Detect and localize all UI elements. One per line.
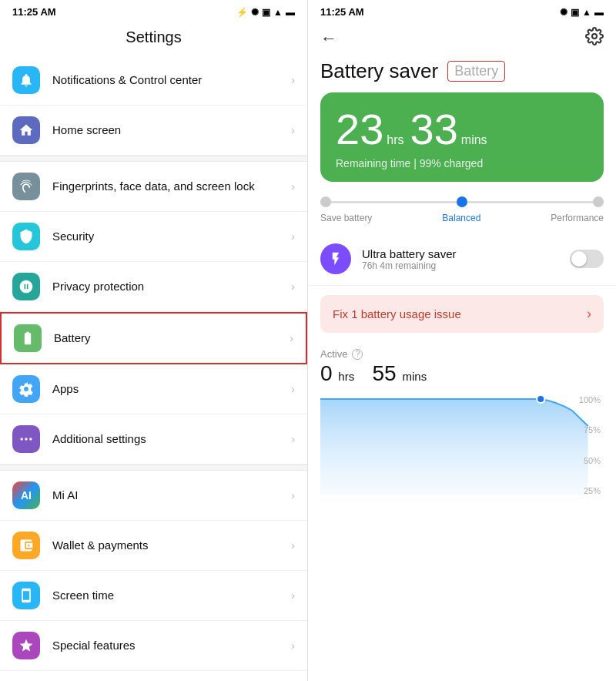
ultra-saver-toggle[interactable] <box>570 250 604 268</box>
wallet-label: Wallet & payments <box>52 538 291 553</box>
active-info-icon[interactable]: ? <box>352 349 363 360</box>
wifi-right: ▲ <box>582 7 591 18</box>
battery-card: 23 hrs 33 mins Remaining time | 99% char… <box>320 92 604 182</box>
battery-saver-title-row: Battery saver Battery <box>308 56 616 92</box>
security-label: Security <box>52 229 291 244</box>
gear-button[interactable] <box>585 27 604 50</box>
status-icons-left: ⚡ ✺ ▣ ▲ ▬ <box>236 7 295 18</box>
chart-label-100: 100% <box>579 395 601 404</box>
balanced-label: Balanced <box>442 213 480 223</box>
sim-icon: ▣ <box>262 7 270 18</box>
settings-panel: 11:25 AM ⚡ ✺ ▣ ▲ ▬ Settings Notification… <box>0 0 308 681</box>
wallet-icon <box>12 532 40 559</box>
ultra-saver-title: Ultra battery saver <box>362 247 570 260</box>
battery-mins-label: mins <box>461 133 487 147</box>
active-label-text: Active <box>320 348 347 360</box>
special-label: Special features <box>52 638 291 653</box>
performance-dot[interactable] <box>593 196 604 207</box>
apps-chevron: › <box>291 383 295 395</box>
svg-point-4 <box>537 395 544 403</box>
wallet-chevron: › <box>291 539 295 552</box>
settings-item-fingerprints[interactable]: Fingerprints, face data, and screen lock… <box>0 162 307 212</box>
battery-detail-panel: 11:25 AM ✺ ▣ ▲ ▬ ← Battery saver Battery… <box>308 0 616 681</box>
ultra-saver-icon <box>320 243 351 274</box>
wifi-icon: ▲ <box>273 7 283 18</box>
battery-chart: 100% 75% 50% 25% <box>320 395 604 681</box>
signal-icon: ⚡ <box>236 7 248 18</box>
settings-item-homescreen[interactable]: Home screen › <box>0 106 307 156</box>
back-button[interactable]: ← <box>320 29 337 49</box>
fix-issue-label: Fix 1 battery usage issue <box>333 307 587 320</box>
privacy-label: Privacy protection <box>52 279 291 294</box>
status-bar-right: 11:25 AM ✺ ▣ ▲ ▬ <box>308 0 616 21</box>
active-hours: 0 <box>320 361 333 385</box>
notifications-chevron: › <box>291 74 295 86</box>
settings-item-security[interactable]: Security › <box>0 212 307 262</box>
fingerprints-label: Fingerprints, face data, and screen lock <box>52 179 291 194</box>
fix-issue-row[interactable]: Fix 1 battery usage issue › <box>320 295 604 333</box>
ultra-saver-subtitle: 76h 4m remaining <box>362 260 570 271</box>
screentime-label: Screen time <box>52 588 291 603</box>
notifications-icon <box>12 66 40 94</box>
ultra-saver-text: Ultra battery saver 76h 4m remaining <box>362 247 570 271</box>
miai-icon: AI <box>12 481 40 509</box>
miai-chevron: › <box>291 489 295 502</box>
active-section: Active ? 0 hrs 55 mins <box>308 342 616 389</box>
battery-hrs-label: hrs <box>387 133 403 147</box>
balanced-dot[interactable] <box>457 196 467 207</box>
time-right: 11:25 AM <box>320 6 364 18</box>
settings-list: Notifications & Control center › Home sc… <box>0 55 307 681</box>
mode-slider[interactable]: Save battery Balanced Performance <box>320 194 604 223</box>
active-time-display: 0 hrs 55 mins <box>320 361 604 386</box>
battery-mins: 33 <box>410 108 458 151</box>
settings-item-notifications[interactable]: Notifications & Control center › <box>0 55 307 106</box>
right-header: ← <box>308 21 616 56</box>
settings-item-privacy[interactable]: Privacy protection › <box>0 262 307 312</box>
time-left: 11:25 AM <box>12 6 56 18</box>
miai-label: Mi AI <box>52 488 291 503</box>
battery-chart-svg <box>320 395 604 503</box>
homescreen-chevron: › <box>291 124 295 136</box>
settings-title: Settings <box>0 21 307 55</box>
security-chevron: › <box>291 230 295 243</box>
battery-hours: 23 <box>336 108 383 151</box>
apps-icon <box>12 375 40 403</box>
privacy-chevron: › <box>291 280 295 293</box>
notifications-label: Notifications & Control center <box>52 72 291 88</box>
battery-chevron: › <box>290 332 293 344</box>
screentime-chevron: › <box>291 589 295 602</box>
ultra-saver-row: Ultra battery saver 76h 4m remaining <box>308 233 616 286</box>
chart-label-25: 25% <box>579 486 601 495</box>
additional-icon <box>12 425 40 453</box>
save-battery-label: Save battery <box>320 213 372 223</box>
battery-badge: Battery <box>447 61 505 82</box>
privacy-icon <box>12 273 40 300</box>
sim-right: ▣ <box>571 7 579 18</box>
apps-label: Apps <box>52 381 291 397</box>
active-mins: 55 <box>373 361 397 385</box>
additional-label: Additional settings <box>52 431 291 447</box>
save-battery-dot[interactable] <box>320 196 331 207</box>
settings-item-battery[interactable]: Battery › <box>0 312 307 364</box>
battery-saver-title: Battery saver <box>320 59 438 83</box>
settings-item-special[interactable]: Special features › <box>0 621 307 671</box>
settings-item-apps[interactable]: Apps › <box>0 364 307 414</box>
homescreen-icon <box>12 116 40 144</box>
battery-remaining: Remaining time | 99% charged <box>336 157 588 169</box>
special-icon <box>12 632 40 659</box>
bluetooth-right: ✺ <box>560 7 567 18</box>
divider-2 <box>0 465 307 471</box>
battery-label: Battery <box>54 330 290 346</box>
battery-list-icon <box>14 324 42 352</box>
security-icon <box>12 223 40 250</box>
svg-point-1 <box>25 438 27 440</box>
settings-item-additional[interactable]: Additional settings › <box>0 414 307 465</box>
settings-item-miai[interactable]: AI Mi AI › <box>0 471 307 521</box>
settings-item-wallet[interactable]: Wallet & payments › <box>0 521 307 571</box>
active-hrs-unit: hrs <box>338 370 354 383</box>
svg-point-2 <box>29 438 32 440</box>
settings-item-screentime[interactable]: Screen time › <box>0 571 307 621</box>
fingerprints-icon <box>12 173 40 200</box>
battery-right: ▬ <box>594 7 604 18</box>
svg-point-3 <box>592 34 597 39</box>
